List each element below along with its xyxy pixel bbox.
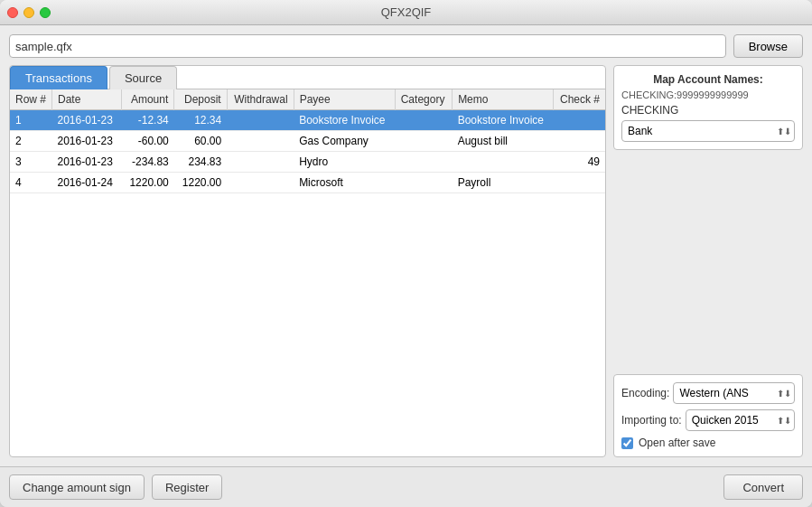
open-after-save-checkbox[interactable] <box>621 437 633 449</box>
header-date: Date <box>52 89 122 110</box>
importing-row: Importing to: Quicken 2015Quicken 2016Ot… <box>621 409 795 431</box>
header-amount: Amount <box>121 89 173 110</box>
encoding-row: Encoding: Western (ANSUTF-8UTF-16 ⬆⬇ <box>621 382 795 404</box>
transactions-table: Row # Date Amount Deposit Withdrawal Pay… <box>10 89 605 193</box>
table-row[interactable]: 22016-01-23-60.0060.00Gas CompanyAugust … <box>10 131 605 152</box>
window-title: QFX2QIF <box>381 5 432 19</box>
bank-type-select[interactable]: BankCashCCardInvstOthAOthL <box>621 120 795 142</box>
encoding-select[interactable]: Western (ANSUTF-8UTF-16 <box>673 382 795 404</box>
table-row[interactable]: 42016-01-241220.001220.00MicrosoftPayrol… <box>10 173 605 193</box>
header-check: Check # <box>554 89 605 110</box>
open-after-save-row: Open after save <box>621 437 795 449</box>
close-button[interactable] <box>7 7 18 18</box>
bottom-bar: Change amount sign Register Convert <box>0 466 812 507</box>
minimize-button[interactable] <box>23 7 34 18</box>
header-category: Category <box>395 89 452 110</box>
map-account-detail: CHECKING:9999999999999 <box>621 89 795 100</box>
encoding-wrapper: Western (ANSUTF-8UTF-16 ⬆⬇ <box>673 382 795 404</box>
header-withdrawal: Withdrawal <box>227 89 294 110</box>
register-button[interactable]: Register <box>152 474 222 500</box>
encoding-label: Encoding: <box>621 387 669 399</box>
map-account-name: CHECKING <box>621 104 795 117</box>
right-panel: Map Account Names: CHECKING:999999999999… <box>613 65 803 457</box>
importing-select[interactable]: Quicken 2015Quicken 2016Other <box>686 409 795 431</box>
encoding-section: Encoding: Western (ANSUTF-8UTF-16 ⬆⬇ Imp… <box>613 374 803 457</box>
map-account-section: Map Account Names: CHECKING:999999999999… <box>613 65 803 150</box>
header-deposit: Deposit <box>174 89 227 110</box>
table-row[interactable]: 12016-01-23-12.3412.34Bookstore InvoiceB… <box>10 110 605 131</box>
open-after-save-label[interactable]: Open after save <box>639 437 715 449</box>
table-header-row: Row # Date Amount Deposit Withdrawal Pay… <box>10 89 605 110</box>
main-content: Browse Transactions Source <box>0 25 812 466</box>
importing-label: Importing to: <box>621 414 682 427</box>
header-memo: Memo <box>453 89 554 110</box>
tabs: Transactions Source <box>10 66 605 89</box>
file-row: Browse <box>9 34 803 58</box>
app-window: QFX2QIF Browse Transactions Source <box>0 0 812 507</box>
change-amount-sign-button[interactable]: Change amount sign <box>9 474 145 500</box>
map-account-title: Map Account Names: <box>621 73 795 86</box>
table-row[interactable]: 32016-01-23-234.83234.83Hydro49 <box>10 152 605 173</box>
table-container: Row # Date Amount Deposit Withdrawal Pay… <box>10 89 605 456</box>
tab-source[interactable]: Source <box>109 66 177 89</box>
traffic-lights <box>7 7 51 18</box>
browse-button[interactable]: Browse <box>733 34 803 58</box>
file-input[interactable] <box>9 34 726 58</box>
importing-wrapper: Quicken 2015Quicken 2016Other ⬆⬇ <box>686 409 795 431</box>
maximize-button[interactable] <box>40 7 51 18</box>
header-row: Row # <box>10 89 52 110</box>
main-area: Transactions Source Row # Date Amount <box>9 65 803 457</box>
convert-button[interactable]: Convert <box>723 474 803 500</box>
header-payee: Payee <box>294 89 395 110</box>
left-panel: Transactions Source Row # Date Amount <box>9 65 606 457</box>
bank-type-wrapper: BankCashCCardInvstOthAOthL ⬆⬇ <box>621 120 795 142</box>
title-bar: QFX2QIF <box>0 0 812 25</box>
tab-transactions[interactable]: Transactions <box>10 66 107 89</box>
